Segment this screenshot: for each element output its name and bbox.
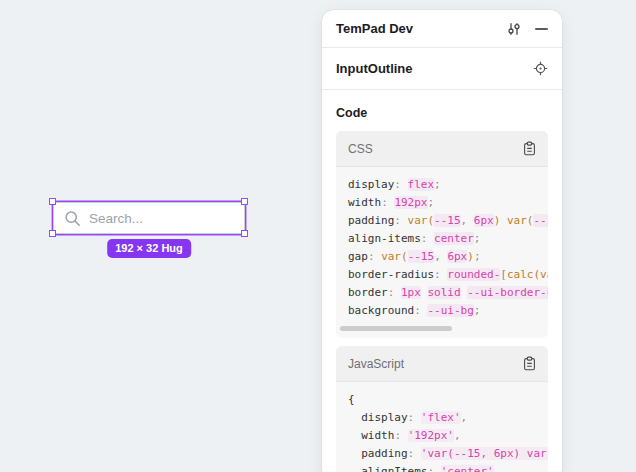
code-line: padding: 'var(--15, 6px) var(--15, 6px)'… [348,445,548,463]
minus-icon [535,28,548,30]
search-input[interactable] [89,211,234,226]
selection-handle-top-left[interactable] [49,198,56,205]
code-line: background: --ui-bg; [348,302,548,320]
code-lines: display: flex;width: 192px;padding: var(… [336,167,548,322]
code-card-header: JavaScript [336,346,548,382]
code-section-label: Code [336,106,548,120]
selected-search-input-frame[interactable] [53,202,245,234]
code-line: border-radius: rounded-[calc(var(--radiu… [348,266,548,284]
search-icon [64,210,81,227]
copy-code-button[interactable] [523,356,536,371]
code-line: { [348,391,548,409]
settings-button[interactable] [506,21,522,37]
code-card-header: CSS [336,131,548,167]
h-scrollbar [340,326,540,331]
code-line: gap: var(--15, 6px); [348,248,548,266]
selected-component-row: InputOutline [322,48,562,90]
code-card-label: CSS [348,142,373,156]
code-line: alignItems: 'center', [348,463,548,472]
tempad-dev-plugin-panel: TemPad Dev InputOutline [322,10,562,472]
code-line: align-items: center; [348,230,548,248]
sliders-icon [506,21,522,37]
code-line: width: '192px', [348,427,548,445]
plugin-header: TemPad Dev [322,10,562,48]
code-lines: { display: 'flex', width: '192px', paddi… [336,382,548,472]
code-line: display: flex; [348,176,548,194]
code-card-label: JavaScript [348,357,404,371]
copy-code-button[interactable] [523,141,536,156]
code-line: width: 192px; [348,194,548,212]
code-line: padding: var(--15, 6px) var(--15, 6px); [348,212,548,230]
selection-dimensions-badge: 192 × 32 Hug [107,239,191,258]
locate-node-button[interactable] [533,61,548,76]
selection-handle-bottom-right[interactable] [241,230,248,237]
h-scrollbar-thumb[interactable] [340,326,452,331]
code-blocks: CSS display: flex;width: 192px;padding: … [336,131,548,472]
clipboard-icon [523,141,536,156]
plugin-title: TemPad Dev [336,21,413,36]
code-section: Code CSS display: flex;width: 192px;padd… [322,90,562,472]
selection-handle-top-right[interactable] [241,198,248,205]
code-card: JavaScript { display: 'flex', width: '19… [336,346,548,472]
component-name: InputOutline [336,61,413,76]
code-line: display: 'flex', [348,409,548,427]
minimize-button[interactable] [535,28,548,30]
selection-handle-bottom-left[interactable] [49,230,56,237]
code-card: CSS display: flex;width: 192px;padding: … [336,131,548,338]
code-line: border: 1px solid --ui-border-color; [348,284,548,302]
clipboard-icon [523,356,536,371]
locate-icon [533,61,548,76]
